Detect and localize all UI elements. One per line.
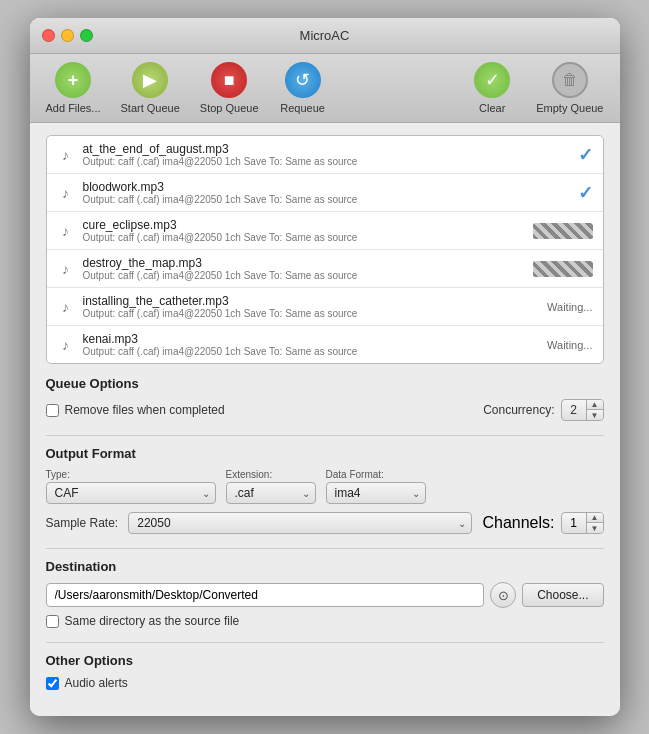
check-icon: ✓ bbox=[578, 182, 593, 204]
file-name: at_the_end_of_august.mp3 bbox=[83, 142, 578, 156]
queue-item[interactable]: ♪ at_the_end_of_august.mp3 Output: caff … bbox=[47, 136, 603, 174]
sample-rate-select[interactable]: 22050 44100 48000 8000 11025 bbox=[128, 512, 472, 534]
divider-2 bbox=[46, 548, 604, 549]
remove-files-label: Remove files when completed bbox=[65, 403, 225, 417]
add-files-label: Add Files... bbox=[46, 102, 101, 114]
start-queue-label: Start Queue bbox=[121, 102, 180, 114]
file-icon: ♪ bbox=[57, 260, 75, 278]
minimize-button[interactable] bbox=[61, 29, 74, 42]
start-queue-button[interactable]: ▶ Start Queue bbox=[121, 62, 180, 114]
stop-queue-button[interactable]: ■ Stop Queue bbox=[200, 62, 259, 114]
queue-item[interactable]: ♪ installing_the_catheter.mp3 Output: ca… bbox=[47, 288, 603, 326]
close-button[interactable] bbox=[42, 29, 55, 42]
file-meta: Output: caff (.caf) ima4@22050 1ch Save … bbox=[83, 156, 578, 167]
concurrency-label: Concurrency: bbox=[483, 403, 554, 417]
concurrency-spinbox[interactable]: 2 ▲ ▼ bbox=[561, 399, 604, 421]
extension-select[interactable]: .caf .aiff .wav .mp3 bbox=[226, 482, 316, 504]
stop-queue-label: Stop Queue bbox=[200, 102, 259, 114]
window-title: MicroAC bbox=[300, 28, 350, 43]
requeue-button[interactable]: ↺ Requeue bbox=[279, 62, 327, 114]
titlebar: MicroAC bbox=[30, 18, 620, 54]
file-name: bloodwork.mp3 bbox=[83, 180, 578, 194]
choose-button[interactable]: Choose... bbox=[522, 583, 603, 607]
same-dir-checkbox[interactable] bbox=[46, 615, 59, 628]
item-status: ✓ bbox=[578, 182, 593, 204]
toolbar: + Add Files... ▶ Start Queue ■ Stop Queu… bbox=[30, 54, 620, 123]
queue-item[interactable]: ♪ cure_eclipse.mp3 Output: caff (.caf) i… bbox=[47, 212, 603, 250]
queue-list: ♪ at_the_end_of_august.mp3 Output: caff … bbox=[46, 135, 604, 364]
audio-alerts-row: Audio alerts bbox=[46, 676, 604, 690]
queue-item[interactable]: ♪ destroy_the_map.mp3 Output: caff (.caf… bbox=[47, 250, 603, 288]
start-queue-icon: ▶ bbox=[132, 62, 168, 98]
file-meta: Output: caff (.caf) ima4@22050 1ch Save … bbox=[83, 232, 533, 243]
queue-item[interactable]: ♪ bloodwork.mp3 Output: caff (.caf) ima4… bbox=[47, 174, 603, 212]
file-icon: ♪ bbox=[57, 336, 75, 354]
destination-input[interactable] bbox=[46, 583, 485, 607]
empty-queue-button[interactable]: 🗑 Empty Queue bbox=[536, 62, 603, 114]
file-name: installing_the_catheter.mp3 bbox=[83, 294, 548, 308]
channels-value: 1 bbox=[562, 514, 586, 532]
concurrency-value: 2 bbox=[562, 401, 586, 419]
data-format-label: Data Format: bbox=[326, 469, 426, 480]
data-format-select[interactable]: ima4 pcm aac bbox=[326, 482, 426, 504]
file-icon: ♪ bbox=[57, 184, 75, 202]
audio-alerts-label: Audio alerts bbox=[65, 676, 128, 690]
item-status bbox=[533, 261, 593, 277]
waiting-status: Waiting... bbox=[547, 301, 592, 313]
file-name: kenai.mp3 bbox=[83, 332, 548, 346]
file-meta: Output: caff (.caf) ima4@22050 1ch Save … bbox=[83, 194, 578, 205]
channels-down-button[interactable]: ▼ bbox=[587, 523, 603, 533]
file-icon: ♪ bbox=[57, 298, 75, 316]
audio-alerts-checkbox[interactable] bbox=[46, 677, 59, 690]
destination-row: ⊙ Choose... bbox=[46, 582, 604, 608]
item-status: Waiting... bbox=[547, 301, 592, 313]
destination-search-button[interactable]: ⊙ bbox=[490, 582, 516, 608]
waiting-status: Waiting... bbox=[547, 339, 592, 351]
main-window: MicroAC + Add Files... ▶ Start Queue ■ S… bbox=[30, 18, 620, 716]
progress-striped bbox=[533, 261, 593, 277]
check-icon: ✓ bbox=[578, 144, 593, 166]
sample-rate-label: Sample Rate: bbox=[46, 516, 119, 530]
queue-item[interactable]: ♪ kenai.mp3 Output: caff (.caf) ima4@220… bbox=[47, 326, 603, 363]
same-dir-label: Same directory as the source file bbox=[65, 614, 240, 628]
channels-group: Channels: 1 ▲ ▼ bbox=[482, 512, 603, 534]
concurrency-up-button[interactable]: ▲ bbox=[587, 400, 603, 410]
divider-1 bbox=[46, 435, 604, 436]
output-format-header: Output Format bbox=[46, 446, 604, 461]
extension-select-wrapper: .caf .aiff .wav .mp3 ⌄ bbox=[226, 482, 316, 504]
channels-up-button[interactable]: ▲ bbox=[587, 513, 603, 523]
empty-queue-icon: 🗑 bbox=[552, 62, 588, 98]
type-group: Type: CAF AIFF WAV MP3 ⌄ bbox=[46, 469, 216, 504]
sample-rate-select-wrapper: 22050 44100 48000 8000 11025 ⌄ bbox=[128, 512, 472, 534]
output-format-section: Output Format Type: CAF AIFF WAV MP3 ⌄ bbox=[46, 446, 604, 534]
file-icon: ♪ bbox=[57, 146, 75, 164]
add-files-icon: + bbox=[55, 62, 91, 98]
data-format-group: Data Format: ima4 pcm aac ⌄ bbox=[326, 469, 426, 504]
destination-header: Destination bbox=[46, 559, 604, 574]
content-area: ♪ at_the_end_of_august.mp3 Output: caff … bbox=[30, 123, 620, 716]
file-name: destroy_the_map.mp3 bbox=[83, 256, 533, 270]
concurrency-row: Concurrency: 2 ▲ ▼ bbox=[483, 399, 603, 421]
channels-label: Channels: bbox=[482, 514, 554, 532]
traffic-lights bbox=[42, 29, 93, 42]
maximize-button[interactable] bbox=[80, 29, 93, 42]
data-format-select-wrapper: ima4 pcm aac ⌄ bbox=[326, 482, 426, 504]
clear-button[interactable]: ✓ Clear bbox=[468, 62, 516, 114]
divider-3 bbox=[46, 642, 604, 643]
clear-label: Clear bbox=[479, 102, 505, 114]
sample-rate-row: Sample Rate: 22050 44100 48000 8000 1102… bbox=[46, 512, 604, 534]
add-files-button[interactable]: + Add Files... bbox=[46, 62, 101, 114]
empty-queue-label: Empty Queue bbox=[536, 102, 603, 114]
type-select[interactable]: CAF AIFF WAV MP3 bbox=[46, 482, 216, 504]
type-label: Type: bbox=[46, 469, 216, 480]
channels-arrows: ▲ ▼ bbox=[586, 513, 603, 533]
item-status bbox=[533, 223, 593, 239]
concurrency-down-button[interactable]: ▼ bbox=[587, 410, 603, 420]
queue-options-row: Remove files when completed Concurrency:… bbox=[46, 399, 604, 421]
extension-label: Extension: bbox=[226, 469, 316, 480]
stop-queue-icon: ■ bbox=[211, 62, 247, 98]
channels-spinbox[interactable]: 1 ▲ ▼ bbox=[561, 512, 604, 534]
other-options-header: Other Options bbox=[46, 653, 604, 668]
file-name: cure_eclipse.mp3 bbox=[83, 218, 533, 232]
remove-files-checkbox[interactable] bbox=[46, 404, 59, 417]
